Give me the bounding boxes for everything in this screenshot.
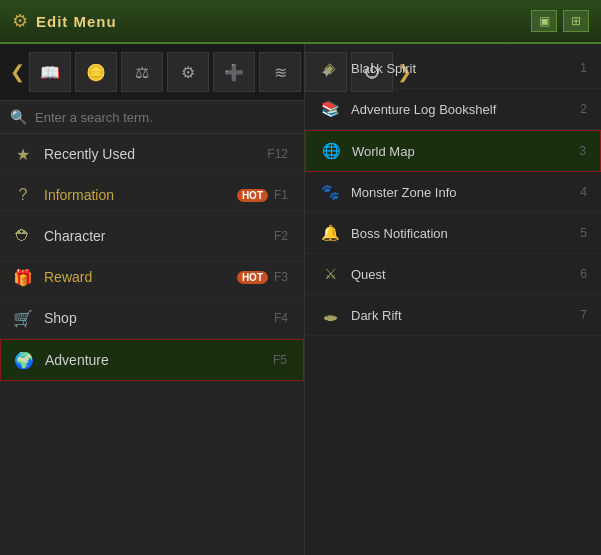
search-input[interactable]	[35, 110, 294, 125]
toolbar: ❮ 📖 🪙 ⚖ ⚙ ➕ ≋ ✦ ⏻ ❯	[0, 44, 304, 101]
menu-item-label-recently-used: Recently Used	[44, 146, 267, 162]
boss-notification-icon: 🔔	[319, 222, 341, 244]
sub-menu-item-boss-notification[interactable]: 🔔 Boss Notification 5	[305, 213, 601, 254]
sub-menu-number-monster-zone: 4	[580, 185, 587, 199]
menu-item-hotkey-recently-used: F12	[267, 147, 288, 161]
menu-item-label-reward: Reward	[44, 269, 237, 285]
sub-menu-item-monster-zone[interactable]: 🐾 Monster Zone Info 4	[305, 172, 601, 213]
menu-item-label-information: Information	[44, 187, 237, 203]
main-container: ❮ 📖 🪙 ⚖ ⚙ ➕ ≋ ✦ ⏻ ❯ 🔍 ★ Recently Used	[0, 44, 601, 555]
menu-item-reward[interactable]: 🎁 Reward HOT F3	[0, 257, 304, 298]
layout-icon-1[interactable]: ▣	[531, 10, 557, 32]
sub-menu-number-black-spirit: 1	[580, 61, 587, 75]
gear-icon: ⚙	[12, 10, 28, 32]
monster-zone-icon: 🐾	[319, 181, 341, 203]
menu-item-hotkey-character: F2	[274, 229, 288, 243]
toolbar-left-arrow[interactable]: ❮	[6, 61, 29, 83]
adventure-icon: 🌍	[13, 349, 35, 371]
menu-item-label-adventure: Adventure	[45, 352, 273, 368]
menu-item-shop[interactable]: 🛒 Shop F4	[0, 298, 304, 339]
menu-item-hotkey-information: F1	[274, 188, 288, 202]
black-spirit-icon: ◈	[319, 57, 341, 79]
reward-icon: 🎁	[12, 266, 34, 288]
menu-item-hotkey-shop: F4	[274, 311, 288, 325]
menu-item-label-character: Character	[44, 228, 274, 244]
menu-item-label-shop: Shop	[44, 310, 274, 326]
sub-menu-label-quest: Quest	[351, 267, 580, 282]
adventure-log-icon: 📚	[319, 98, 341, 120]
menu-list: ★ Recently Used F12 ? Information HOT F1…	[0, 134, 304, 555]
toolbar-item-currency[interactable]: 🪙	[75, 52, 117, 92]
information-hot-badge: HOT	[237, 189, 268, 202]
sub-menu-item-dark-rift[interactable]: 🕳 Dark Rift 7	[305, 295, 601, 336]
menu-item-adventure[interactable]: 🌍 Adventure F5	[0, 339, 304, 381]
layout-icon-2[interactable]: ⊞	[563, 10, 589, 32]
menu-item-information[interactable]: ? Information HOT F1	[0, 175, 304, 216]
sub-menu-label-dark-rift: Dark Rift	[351, 308, 580, 323]
quest-icon: ⚔	[319, 263, 341, 285]
toolbar-item-water[interactable]: ≋	[259, 52, 301, 92]
sub-menu-label-monster-zone: Monster Zone Info	[351, 185, 580, 200]
sub-menu-number-adventure-log: 2	[580, 102, 587, 116]
sub-menu-label-boss-notification: Boss Notification	[351, 226, 580, 241]
sub-menu-number-quest: 6	[580, 267, 587, 281]
header-icon-group: ▣ ⊞	[531, 10, 589, 32]
sub-menu-number-boss-notification: 5	[580, 226, 587, 240]
sub-menu-label-black-spirit: Black Spirit	[351, 61, 580, 76]
menu-item-character[interactable]: ⛑ Character F2	[0, 216, 304, 257]
reward-hot-badge: HOT	[237, 271, 268, 284]
menu-item-recently-used[interactable]: ★ Recently Used F12	[0, 134, 304, 175]
shop-icon: 🛒	[12, 307, 34, 329]
sub-menu-item-quest[interactable]: ⚔ Quest 6	[305, 254, 601, 295]
character-icon: ⛑	[12, 225, 34, 247]
sub-menu-number-world-map: 3	[579, 144, 586, 158]
search-icon: 🔍	[10, 109, 27, 125]
recently-used-icon: ★	[12, 143, 34, 165]
right-panel: ◈ Black Spirit 1 📚 Adventure Log Bookshe…	[305, 44, 601, 555]
dark-rift-icon: 🕳	[319, 304, 341, 326]
sub-menu-item-adventure-log[interactable]: 📚 Adventure Log Bookshelf 2	[305, 89, 601, 130]
left-panel: ❮ 📖 🪙 ⚖ ⚙ ➕ ≋ ✦ ⏻ ❯ 🔍 ★ Recently Used	[0, 44, 305, 555]
search-bar: 🔍	[0, 101, 304, 134]
sub-menu-item-world-map[interactable]: 🌐 World Map 3	[305, 130, 601, 172]
toolbar-item-scales[interactable]: ⚖	[121, 52, 163, 92]
sub-menu-label-adventure-log: Adventure Log Bookshelf	[351, 102, 580, 117]
toolbar-item-add[interactable]: ➕	[213, 52, 255, 92]
menu-item-hotkey-reward: F3	[274, 270, 288, 284]
toolbar-item-settings[interactable]: ⚙	[167, 52, 209, 92]
toolbar-item-journal[interactable]: 📖	[29, 52, 71, 92]
header-title: Edit Menu	[36, 13, 117, 30]
menu-item-hotkey-adventure: F5	[273, 353, 287, 367]
world-map-icon: 🌐	[320, 140, 342, 162]
sub-menu-number-dark-rift: 7	[580, 308, 587, 322]
information-icon: ?	[12, 184, 34, 206]
sub-menu-item-black-spirit[interactable]: ◈ Black Spirit 1	[305, 48, 601, 89]
sub-menu-label-world-map: World Map	[352, 144, 579, 159]
header: ⚙ Edit Menu ▣ ⊞	[0, 0, 601, 44]
